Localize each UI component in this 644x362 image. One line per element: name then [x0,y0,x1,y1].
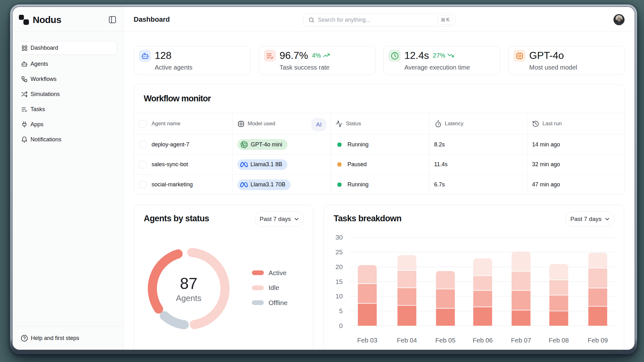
svg-text:Feb 08: Feb 08 [549,337,569,344]
svg-text:Feb 04: Feb 04 [397,337,417,344]
svg-text:30: 30 [336,234,343,241]
svg-text:5: 5 [339,307,343,314]
svg-text:Feb 07: Feb 07 [511,337,531,344]
svg-text:Feb 03: Feb 03 [357,337,377,344]
svg-text:25: 25 [336,248,343,256]
svg-text:15: 15 [336,278,343,285]
svg-text:Feb 05: Feb 05 [436,337,456,344]
svg-text:Feb 06: Feb 06 [473,337,493,344]
svg-text:Feb 09: Feb 09 [588,337,608,344]
svg-text:0: 0 [339,322,343,329]
svg-text:20: 20 [336,263,343,270]
svg-text:10: 10 [336,292,343,300]
